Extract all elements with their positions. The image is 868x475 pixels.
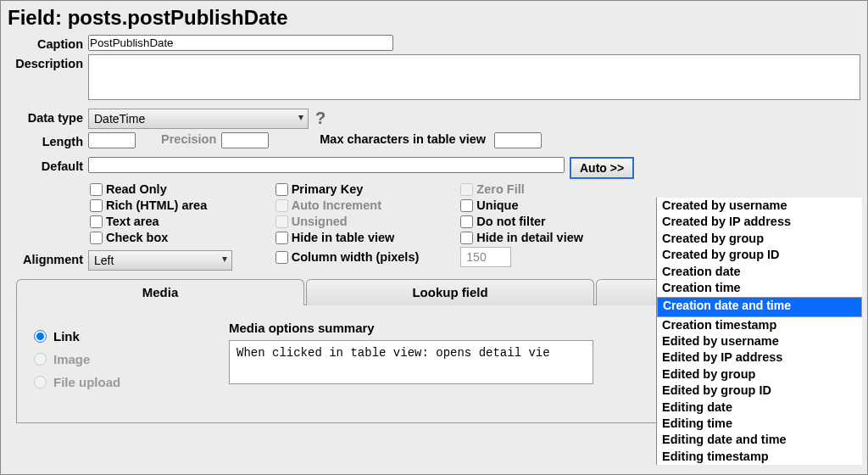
datatype-label: Data type: [8, 109, 88, 125]
readonly-checkbox[interactable]: Read Only: [90, 182, 270, 196]
auto-option[interactable]: Editing date and time: [657, 432, 862, 448]
page-title: Field: posts.postPublishDate: [8, 6, 860, 30]
auto-option[interactable]: Editing date: [657, 400, 862, 416]
media-radio-file: File upload: [34, 375, 229, 389]
media-summary-title: Media options summary: [229, 321, 593, 335]
length-label: Length: [8, 132, 88, 148]
auto-option[interactable]: Created by username: [657, 198, 862, 214]
auto-option[interactable]: Creation date and time: [657, 297, 862, 317]
media-radio-image: Image: [34, 352, 229, 366]
default-label: Default: [8, 157, 88, 173]
auto-option[interactable]: Edited by username: [657, 333, 862, 349]
autoinc-checkbox: Auto Increment: [275, 198, 456, 212]
auto-option[interactable]: Editing time: [657, 416, 862, 432]
media-radio-link[interactable]: Link: [34, 329, 229, 344]
length-input[interactable]: [88, 132, 136, 148]
auto-option[interactable]: Created by group ID: [657, 247, 862, 263]
primarykey-checkbox[interactable]: Primary Key: [275, 182, 456, 196]
auto-default-dropdown[interactable]: Created by usernameCreated by IP address…: [656, 198, 862, 465]
hidetable-checkbox[interactable]: Hide in table view: [275, 231, 456, 244]
checkbox-checkbox[interactable]: Check box: [90, 231, 270, 244]
tab-lookup[interactable]: Lookup field: [306, 279, 594, 305]
auto-option[interactable]: Creation time: [657, 280, 862, 296]
datatype-select[interactable]: DateTime: [88, 109, 309, 129]
unsigned-checkbox: Unsigned: [275, 215, 456, 228]
nofilter-checkbox[interactable]: Do not filter: [460, 215, 641, 228]
alignment-label: Alignment: [8, 250, 88, 266]
colwidth-input[interactable]: [460, 247, 511, 267]
default-input[interactable]: [88, 157, 565, 173]
auto-option[interactable]: Creation timestamp: [657, 317, 862, 333]
tab-media[interactable]: Media: [16, 279, 304, 305]
colwidth-checkbox[interactable]: Column width (pixels): [275, 247, 456, 267]
unique-checkbox[interactable]: Unique: [460, 198, 641, 212]
maxchars-input[interactable]: [494, 132, 542, 148]
maxchars-label: Max characters in table view: [320, 132, 486, 146]
media-summary-box: When clicked in table view: opens detail…: [229, 340, 593, 384]
auto-option[interactable]: Created by group: [657, 231, 862, 247]
caption-input[interactable]: [88, 35, 393, 51]
auto-option[interactable]: Edited by IP address: [657, 349, 862, 366]
field-editor-panel: Field: posts.postPublishDate Caption Des…: [0, 0, 868, 475]
textarea-checkbox[interactable]: Text area: [90, 215, 270, 228]
auto-option[interactable]: Created by IP address: [657, 214, 862, 230]
richhtml-checkbox[interactable]: Rich (HTML) area: [90, 198, 270, 212]
zerofill-checkbox: Zero Fill: [460, 182, 641, 196]
auto-option[interactable]: Creation date: [657, 264, 862, 280]
auto-option[interactable]: Edited by group ID: [657, 383, 862, 399]
auto-option[interactable]: Editing timestamp: [657, 449, 862, 465]
caption-label: Caption: [8, 35, 88, 51]
description-label: Description: [8, 54, 88, 70]
auto-option[interactable]: Edited by group: [657, 366, 862, 383]
hidedetail-checkbox[interactable]: Hide in detail view: [460, 231, 641, 244]
help-icon[interactable]: ?: [315, 109, 326, 128]
precision-label: Precision: [161, 132, 216, 146]
precision-input[interactable]: [221, 132, 269, 148]
auto-default-button[interactable]: Auto >>: [570, 157, 634, 179]
description-textarea[interactable]: [88, 54, 860, 100]
alignment-select[interactable]: Left: [88, 250, 232, 271]
